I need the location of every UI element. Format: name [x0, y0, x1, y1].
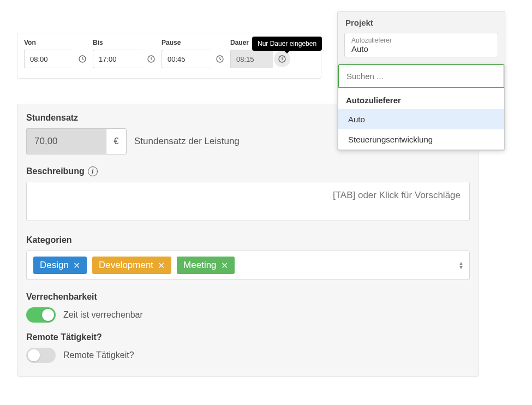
chevron-updown-icon[interactable]: ▴▾ [459, 261, 463, 269]
billable-row: Zeit ist verrechenbar [26, 307, 470, 323]
category-tag-development[interactable]: Development ✕ [92, 257, 171, 274]
project-dropdown: Autozulieferer Auto Steuerungsentwicklun… [338, 64, 505, 150]
project-header: Projekt [338, 11, 505, 33]
time-to-group: Bis [93, 39, 159, 68]
close-icon[interactable]: ✕ [221, 260, 228, 271]
duration-tooltip: Nur Dauer eingeben [252, 37, 322, 51]
remote-row: Remote Tätigkeit? [26, 348, 470, 363]
remote-label: Remote Tätigkeit? [26, 332, 470, 342]
time-from-group: Von [24, 39, 91, 68]
project-selected-main: Auto [351, 44, 491, 53]
project-group-title: Autozulieferer [338, 88, 504, 109]
time-pause-group: Pause [162, 39, 228, 68]
clock-icon[interactable] [212, 50, 228, 68]
time-pause-input[interactable] [162, 50, 212, 68]
description-label: Beschreibung i [26, 166, 470, 176]
tag-label: Development [99, 260, 153, 271]
rate-currency: € [106, 128, 127, 154]
project-option-auto[interactable]: Auto [338, 109, 504, 129]
project-select[interactable]: Autozulieferer Auto [344, 33, 498, 57]
time-to-wrap [93, 50, 159, 68]
time-pause-wrap [162, 50, 228, 68]
time-from-wrap [24, 50, 91, 68]
clock-icon[interactable] [74, 50, 91, 68]
categories-label: Kategorien [26, 235, 470, 245]
close-icon[interactable]: ✕ [73, 260, 80, 271]
billable-text: Zeit ist verrechenbar [63, 310, 143, 320]
rate-hint: Stundensatz der Leistung [134, 136, 240, 147]
clock-icon[interactable] [143, 50, 159, 68]
rate-input-wrap: € [26, 128, 127, 154]
time-to-input[interactable] [93, 50, 143, 68]
rate-input [26, 128, 106, 154]
billable-toggle[interactable] [26, 307, 56, 323]
tag-label: Design [40, 260, 69, 271]
project-option-steuerung[interactable]: Steuerungsentwicklung [338, 129, 504, 150]
info-icon[interactable]: i [88, 166, 98, 176]
project-selected-sub: Autozulieferer [351, 37, 491, 44]
project-search-input[interactable] [338, 64, 504, 88]
category-tag-design[interactable]: Design ✕ [33, 257, 87, 274]
project-panel: Projekt Autozulieferer Auto Autozuliefer… [337, 11, 505, 151]
time-duration-wrap [230, 50, 290, 68]
remote-text: Remote Tätigkeit? [63, 350, 134, 360]
category-tag-meeting[interactable]: Meeting ✕ [177, 257, 234, 274]
time-duration-input [230, 50, 273, 68]
tag-label: Meeting [183, 260, 216, 271]
remote-toggle[interactable] [26, 348, 56, 363]
time-to-label: Bis [93, 39, 159, 46]
time-from-input[interactable] [24, 50, 74, 68]
categories-select[interactable]: Design ✕ Development ✕ Meeting ✕ ▴▾ [26, 251, 470, 280]
description-input[interactable] [26, 182, 470, 221]
close-icon[interactable]: ✕ [158, 260, 165, 271]
tooltip-text: Nur Dauer eingeben [258, 40, 316, 47]
billable-label: Verrechenbarkeit [26, 292, 470, 302]
time-from-label: Von [24, 39, 91, 46]
time-pause-label: Pause [162, 39, 228, 46]
